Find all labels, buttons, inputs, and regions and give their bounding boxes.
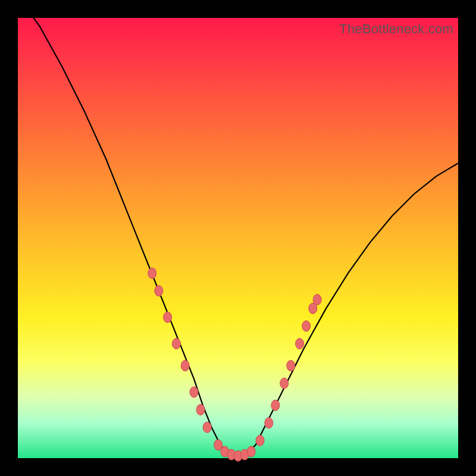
chart-frame: TheBottleneck.com: [0, 0, 476, 476]
curve-marker: [313, 295, 321, 305]
watermark-text: TheBottleneck.com: [339, 21, 453, 37]
curve-marker: [172, 339, 180, 349]
curve-marker: [181, 361, 189, 371]
bottleneck-curve: [18, 0, 458, 458]
curve-marker: [155, 286, 163, 296]
curve-marker: [164, 312, 172, 322]
curve-marker: [196, 405, 205, 415]
curve-marker: [190, 387, 198, 397]
curve-marker: [287, 361, 295, 371]
curve-marker: [256, 435, 264, 446]
curve-marker: [302, 321, 311, 331]
curve-marker: [265, 418, 273, 428]
curve-marker: [271, 400, 280, 411]
curve-marker: [296, 339, 304, 349]
curve-svg: [18, 18, 458, 458]
curve-marker: [247, 446, 255, 457]
curve-marker: [280, 378, 289, 389]
curve-marker: [203, 422, 211, 433]
curve-marker: [148, 268, 156, 278]
plot-area: TheBottleneck.com: [18, 18, 458, 458]
